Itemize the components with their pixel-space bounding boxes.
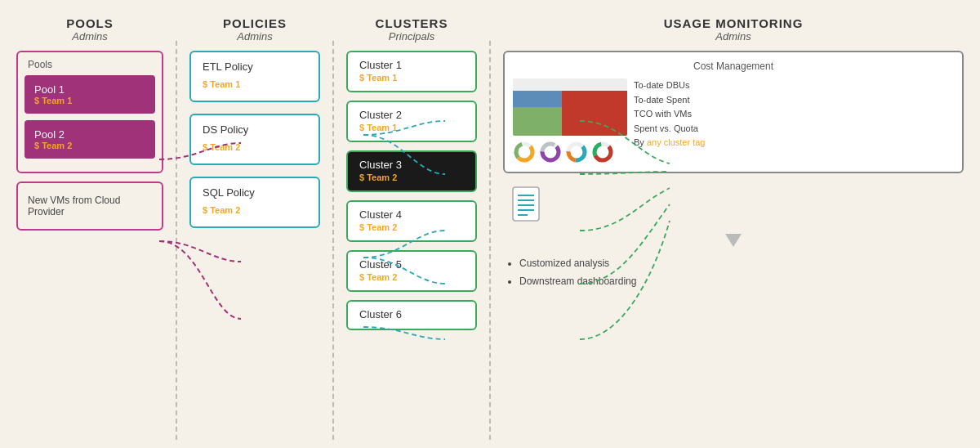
cluster5-box: Cluster 5 $ Team 2 — [346, 250, 477, 292]
usage-column: USAGE MONITORING Admins Cost Management — [495, 16, 972, 440]
new-vms-label: New VMs from Cloud Provider — [28, 195, 120, 217]
cluster2-name: Cluster 2 — [359, 109, 464, 121]
bar-red — [562, 91, 627, 136]
down-arrow-icon — [721, 232, 746, 249]
usage-subtitle: Admins — [503, 30, 964, 43]
cost-item-dbus: To-date DBUs — [634, 78, 954, 93]
cost-info: To-date DBUs To-date Spent TCO with VMs … — [634, 78, 954, 164]
any-cluster-tag: any cluster tag — [647, 137, 706, 147]
divider-3 — [489, 41, 491, 440]
donut-4 — [591, 141, 614, 164]
bar-blue — [513, 91, 562, 107]
policy-sql-name: SQL Policy — [203, 186, 307, 199]
policy-etl-team: $ Team 1 — [203, 79, 307, 89]
policies-title: POLICIES — [189, 16, 320, 30]
cost-item-spent: To-date Spent — [634, 93, 954, 108]
cost-item-tco: TCO with VMs — [634, 107, 954, 122]
pool2-box: Pool 2 $ Team 2 — [24, 120, 155, 159]
donut-2 — [539, 141, 562, 164]
donut-charts — [513, 141, 627, 164]
cost-item-tag: By any cluster tag — [634, 136, 954, 150]
pool2-team: $ Team 2 — [34, 141, 145, 150]
cluster2-box: Cluster 2 $ Team 1 — [346, 101, 477, 142]
policy-sql-box: SQL Policy $ Team 2 — [189, 177, 320, 228]
bullet-downstream: Downstream dashboarding — [519, 273, 964, 291]
policy-etl-box: ETL Policy $ Team 1 — [189, 51, 320, 102]
policy-ds-team: $ Team 2 — [203, 142, 307, 152]
clusters-title: CLUSTERS — [346, 16, 477, 30]
cost-management-box: Cost Management — [503, 51, 964, 173]
pool2-name: Pool 2 — [34, 128, 145, 141]
bullet-list: Customized analysis Downstream dashboard… — [519, 255, 964, 290]
pool1-box: Pool 1 $ Team 1 — [24, 75, 155, 114]
policy-sql-team: $ Team 2 — [203, 205, 307, 215]
cluster6-name: Cluster 6 — [359, 308, 464, 320]
pools-subtitle: Admins — [16, 30, 163, 43]
clusters-column: CLUSTERS Principals Cluster 1 $ Team 1 C… — [338, 16, 485, 440]
clusters-header: CLUSTERS Principals — [346, 16, 477, 43]
cluster5-name: Cluster 5 — [359, 258, 464, 271]
cluster6-box: Cluster 6 — [346, 300, 477, 330]
cluster5-team: $ Team 2 — [359, 272, 464, 282]
new-vms-box: New VMs from Cloud Provider — [16, 181, 163, 231]
usage-header: USAGE MONITORING Admins — [503, 16, 964, 43]
cluster4-team: $ Team 2 — [359, 222, 464, 232]
bar-green — [513, 107, 562, 136]
bullet-customized: Customized analysis — [519, 255, 964, 273]
cost-mgmt-title: Cost Management — [513, 60, 954, 72]
chart-area — [513, 78, 627, 164]
policies-header: POLICIES Admins — [189, 16, 320, 43]
svg-marker-18 — [725, 234, 742, 247]
policy-ds-name: DS Policy — [203, 123, 307, 136]
policy-etl-name: ETL Policy — [203, 60, 307, 73]
cluster2-team: $ Team 1 — [359, 123, 464, 132]
policies-subtitle: Admins — [189, 30, 320, 43]
cluster1-box: Cluster 1 $ Team 1 — [346, 51, 477, 92]
cluster4-name: Cluster 4 — [359, 208, 464, 221]
clusters-subtitle: Principals — [346, 30, 477, 43]
arrow-down-area — [503, 232, 964, 249]
pools-outer-box: Pools Pool 1 $ Team 1 Pool 2 $ Team 2 — [16, 51, 163, 173]
cluster1-name: Cluster 1 — [359, 59, 464, 71]
policies-column: POLICIES Admins ETL Policy $ Team 1 DS P… — [181, 16, 328, 440]
divider-2 — [332, 41, 334, 440]
cluster3-name: Cluster 3 — [359, 159, 464, 171]
cost-item-quota: Spent vs. Quota — [634, 122, 954, 137]
pools-column: POOLS Admins Pools Pool 1 $ Team 1 Pool … — [8, 16, 172, 440]
usage-title: USAGE MONITORING — [503, 16, 964, 30]
list-document-icon — [511, 186, 541, 222]
pools-label: Pools — [24, 59, 155, 70]
cluster3-team: $ Team 2 — [359, 172, 464, 182]
bar-chart — [513, 78, 627, 136]
divider-1 — [176, 41, 177, 440]
cluster1-team: $ Team 1 — [359, 73, 464, 83]
pools-header: POOLS Admins — [16, 16, 163, 43]
pools-title: POOLS — [16, 16, 163, 30]
pool1-name: Pool 1 — [34, 83, 145, 96]
donut-1 — [513, 141, 536, 164]
policy-ds-box: DS Policy $ Team 2 — [189, 114, 320, 165]
list-icon-area — [511, 186, 964, 222]
pool1-team: $ Team 1 — [34, 96, 145, 105]
cluster3-box: Cluster 3 $ Team 2 — [346, 150, 477, 192]
cluster4-box: Cluster 4 $ Team 2 — [346, 200, 477, 242]
donut-3 — [565, 141, 588, 164]
